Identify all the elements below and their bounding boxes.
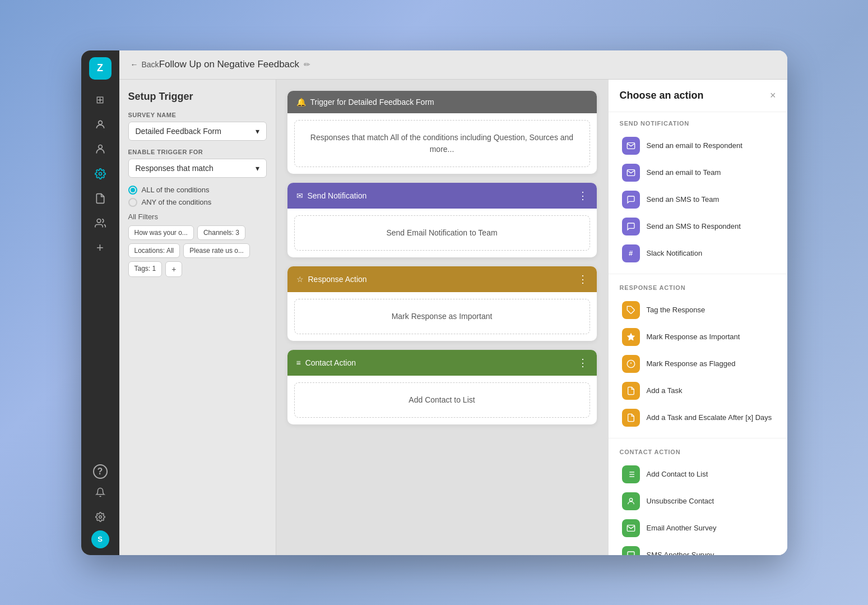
document-icon[interactable]: [89, 187, 112, 210]
any-conditions-label: ANY of the conditions: [142, 198, 212, 206]
mark-flagged-item[interactable]: Mark Response as Flagged: [620, 350, 776, 377]
trigger-header-label: Trigger for Detailed Feedback Form: [310, 98, 434, 107]
team-icon[interactable]: [89, 212, 112, 234]
contact-header: ≡ Contact Action ⋮: [287, 350, 597, 376]
app-logo[interactable]: Z: [89, 57, 112, 80]
slack-icon: #: [622, 244, 640, 262]
filter-tag-channels[interactable]: Channels: 3: [197, 225, 245, 240]
email-another-survey-item[interactable]: Email Another Survey: [620, 515, 776, 542]
send-notification-section: SEND NOTIFICATION Send an email to Respo…: [609, 112, 787, 271]
svg-point-3: [97, 219, 101, 223]
filter-tag-tags[interactable]: Tags: 1: [128, 261, 163, 277]
gear-bottom-icon[interactable]: [89, 506, 112, 528]
top-bar: ← Back Follow Up on Negative Feedback ✏: [119, 50, 787, 80]
dropdown-arrow-icon2: ▾: [256, 164, 259, 173]
unsubscribe-contact-label: Unsubscribe Contact: [647, 497, 714, 505]
bell-icon[interactable]: [89, 481, 112, 504]
add-icon[interactable]: +: [89, 237, 112, 259]
main-content: ← Back Follow Up on Negative Feedback ✏ …: [119, 50, 787, 555]
user-avatar[interactable]: S: [91, 530, 109, 548]
mark-important-icon: [622, 328, 640, 346]
content-area: Setup Trigger SURVEY NAME Detailed Feedb…: [119, 80, 787, 555]
slack-notification-item[interactable]: # Slack Notification: [620, 240, 776, 267]
contact-body: Add Contact to List: [294, 382, 590, 418]
any-conditions-radio[interactable]: ANY of the conditions: [128, 198, 267, 207]
mark-flagged-icon: [622, 355, 640, 373]
help-icon[interactable]: ?: [93, 464, 108, 479]
sms-respondent-icon: [622, 218, 640, 235]
radio-any-dot: [128, 198, 137, 207]
filters-label: All Filters: [128, 213, 267, 221]
svg-point-0: [98, 121, 102, 124]
add-task-icon: [622, 382, 640, 400]
trigger-icon: 🔔: [296, 98, 306, 107]
back-button[interactable]: ← Back: [131, 60, 159, 69]
grid-icon[interactable]: ⊞: [89, 89, 112, 111]
notification-header: ✉ Send Notification ⋮: [287, 183, 597, 209]
trigger-card: 🔔 Trigger for Detailed Feedback Form Res…: [287, 91, 597, 174]
action-panel-header: Choose an action ×: [609, 80, 787, 112]
notification-dots-menu[interactable]: ⋮: [578, 190, 588, 202]
contact-action-section: CONTACT ACTION Add Contact to List Unsub…: [609, 441, 787, 555]
enable-trigger-label: ENABLE TRIGGER FOR: [128, 149, 267, 155]
divider-1: [609, 274, 787, 274]
mark-important-item[interactable]: Mark Response as Important: [620, 324, 776, 350]
svg-point-1: [98, 145, 102, 149]
unsubscribe-contact-icon: [622, 492, 640, 510]
all-conditions-radio[interactable]: ALL of the conditions: [128, 186, 267, 195]
notification-card: ✉ Send Notification ⋮ Send Email Notific…: [287, 183, 597, 257]
add-task-item[interactable]: Add a Task: [620, 377, 776, 404]
response-dots-menu[interactable]: ⋮: [578, 273, 588, 285]
email-team-icon: [622, 164, 640, 182]
dropdown-arrow-icon: ▾: [256, 127, 259, 136]
contacts-icon[interactable]: [89, 113, 112, 136]
sidebar: Z ⊞ + ? S: [81, 50, 119, 555]
add-contact-list-item[interactable]: Add Contact to List: [620, 461, 776, 488]
left-panel: Setup Trigger SURVEY NAME Detailed Feedb…: [119, 80, 276, 555]
send-email-respondent-label: Send an email to Respondent: [647, 141, 742, 150]
back-arrow-icon: ←: [131, 60, 138, 69]
trigger-header: 🔔 Trigger for Detailed Feedback Form: [287, 91, 597, 113]
survey-name-dropdown[interactable]: Detailed Feedback Form ▾: [128, 122, 267, 141]
sms-team-icon: [622, 191, 640, 209]
person-icon[interactable]: [89, 138, 112, 160]
contact-header-label: Contact Action: [305, 358, 356, 367]
contact-card: ≡ Contact Action ⋮ Add Contact to List: [287, 350, 597, 424]
contact-dots-menu[interactable]: ⋮: [578, 357, 588, 369]
response-action-title: RESPONSE ACTION: [620, 284, 776, 291]
page-title: Follow Up on Negative Feedback ✏: [159, 59, 310, 70]
tag-response-item[interactable]: Tag the Response: [620, 297, 776, 324]
notification-header-label: Send Notification: [308, 191, 367, 200]
filter-tag-how[interactable]: How was your o...: [128, 225, 194, 240]
filter-tag-please-rate[interactable]: Please rate us o...: [183, 243, 250, 258]
panel-title: Setup Trigger: [128, 91, 267, 103]
mark-important-label: Mark Response as Important: [647, 332, 740, 341]
svg-point-2: [99, 172, 101, 175]
edit-title-icon[interactable]: ✏: [304, 60, 310, 69]
unsubscribe-contact-item[interactable]: Unsubscribe Contact: [620, 488, 776, 515]
send-sms-respondent-item[interactable]: Send an SMS to Respondent: [620, 213, 776, 240]
close-panel-button[interactable]: ×: [770, 90, 776, 101]
response-header-left: ☆ Response Action: [296, 275, 367, 284]
response-action-section: RESPONSE ACTION Tag the Response Mark Re…: [609, 276, 787, 436]
action-panel-title: Choose an action: [620, 90, 704, 101]
send-sms-respondent-label: Send an SMS to Respondent: [647, 222, 741, 230]
send-email-team-item[interactable]: Send an email to Team: [620, 159, 776, 186]
tag-response-label: Tag the Response: [647, 306, 705, 314]
filter-add-button[interactable]: +: [165, 261, 182, 277]
all-conditions-label: ALL of the conditions: [142, 186, 210, 194]
send-email-team-label: Send an email to Team: [647, 168, 721, 177]
settings-icon[interactable]: [89, 163, 112, 185]
svg-point-4: [99, 515, 101, 518]
add-task-escalate-item[interactable]: Add a Task and Escalate After [x] Days: [620, 404, 776, 431]
send-sms-team-item[interactable]: Send an SMS to Team: [620, 186, 776, 213]
enable-trigger-dropdown[interactable]: Responses that match ▾: [128, 159, 267, 178]
response-header-label: Response Action: [308, 275, 367, 284]
filter-tag-locations[interactable]: Locations: All: [128, 243, 180, 258]
sms-another-survey-item[interactable]: SMS Another Survey: [620, 542, 776, 555]
notification-header-left: ✉ Send Notification: [296, 191, 367, 200]
trigger-body: Responses that match All of the conditio…: [294, 120, 590, 167]
add-task-escalate-icon: [622, 409, 640, 427]
send-email-respondent-item[interactable]: Send an email to Respondent: [620, 132, 776, 159]
sms-another-survey-label: SMS Another Survey: [647, 551, 714, 555]
